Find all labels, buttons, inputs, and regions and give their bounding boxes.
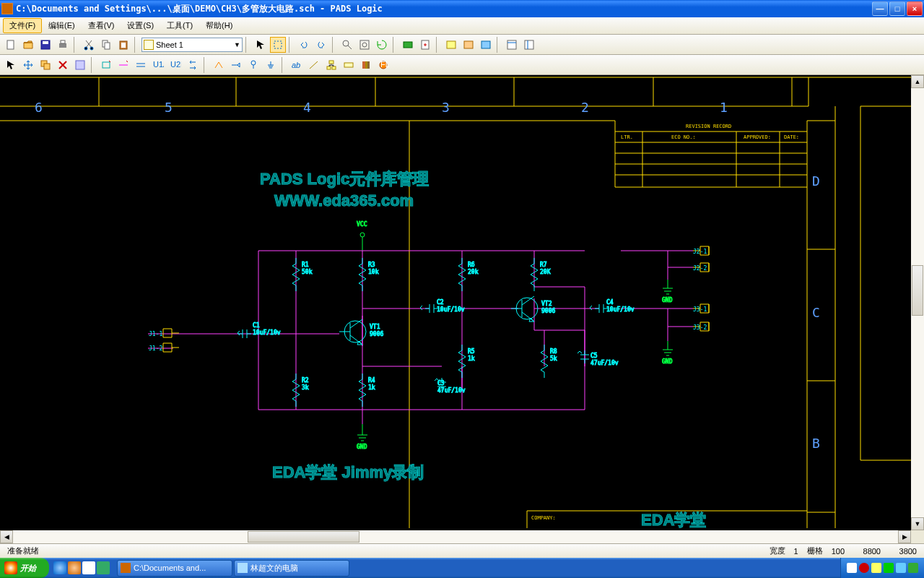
options-icon[interactable]: FLD [375,57,391,73]
canvas-area: 6 5 4 3 2 1 D C B REVISION RECORD LTR. E… [0,75,924,543]
redo-icon[interactable] [313,37,329,53]
swap-icon[interactable] [185,57,201,73]
scroll-right-icon[interactable]: ▶ [898,530,911,543]
tray-monitor-icon[interactable] [896,563,906,573]
svg-rect-24 [76,61,84,69]
tray-volume-icon[interactable] [871,563,881,573]
project-window-icon[interactable] [521,37,537,53]
scroll-down-icon[interactable]: ▼ [911,517,924,530]
paste-icon[interactable] [116,37,131,53]
qq-icon[interactable] [82,561,95,574]
svg-text:9006: 9006 [541,308,555,314]
report-icon[interactable] [461,37,476,53]
svg-text:10uF/10v: 10uF/10v [253,329,281,336]
hierarchy-icon[interactable] [323,57,339,73]
task-buttons: C:\Documents and... 林超文的电脑 [114,560,840,577]
add-pwr-icon[interactable] [245,57,261,73]
add-connection-icon[interactable] [116,57,131,73]
scroll-up-icon[interactable]: ▲ [911,75,924,88]
output-window-icon[interactable] [504,37,520,53]
svg-text:5: 5 [165,100,173,115]
to-pcb-icon[interactable] [400,37,416,53]
menu-help[interactable]: 帮助(H) [199,18,239,33]
cut-icon[interactable] [81,37,97,53]
library-icon[interactable] [358,57,374,73]
move-icon[interactable] [20,57,36,73]
copy-icon[interactable] [98,37,114,53]
new-icon[interactable] [3,37,19,53]
minimize-button[interactable]: — [872,1,888,16]
menu-file[interactable]: 文件(F) [3,18,42,33]
svg-text:R6: R6 [468,262,475,268]
svg-rect-19 [481,41,490,48]
save-icon[interactable] [38,37,53,53]
svg-text:EDA学堂 Jimmy录制: EDA学堂 Jimmy录制 [272,463,424,481]
new-sheet-icon[interactable] [417,37,433,53]
area-select-icon[interactable] [270,37,286,53]
tray-usb-icon[interactable] [908,563,918,573]
ie-icon[interactable] [53,561,66,574]
menu-view[interactable]: 查看(V) [82,18,121,33]
horizontal-scrollbar[interactable]: ◀ ▶ [0,530,911,543]
schematic-canvas[interactable]: 6 5 4 3 2 1 D C B REVISION RECORD LTR. E… [0,75,911,530]
duplicate-icon[interactable] [38,57,53,73]
svg-text:R3: R3 [368,262,375,268]
add-bus-icon[interactable] [133,57,149,73]
svg-rect-17 [447,41,456,48]
desktop-icon[interactable] [97,561,110,574]
tray-shield-icon[interactable] [859,563,869,573]
tray-keyboard-icon[interactable] [847,563,857,573]
add-power-icon[interactable]: U1A [150,57,166,73]
text-icon[interactable]: ab [289,57,305,73]
task-pads[interactable]: C:\Documents and... [117,560,232,577]
start-button[interactable]: 开始 [0,558,49,578]
menu-edit[interactable]: 编辑(E) [42,18,82,33]
menu-tool[interactable]: 工具(T) [160,18,199,33]
media-icon[interactable] [68,561,81,574]
menu-setup[interactable]: 设置(S) [121,18,160,33]
tray-network-icon[interactable] [884,563,894,573]
maximize-button[interactable]: □ [889,1,905,16]
vertical-scrollbar[interactable]: ▲ ▼ [911,75,924,530]
zoom-window-icon[interactable] [357,37,372,53]
svg-rect-32 [332,66,336,69]
svg-text:C2: C2 [437,299,444,306]
properties-icon[interactable] [72,57,88,73]
print-icon[interactable] [55,37,71,53]
add-offpage-icon[interactable] [228,57,244,73]
status-x: 8800 [849,547,885,556]
svg-text:U2B: U2B [170,60,181,69]
open-icon[interactable] [20,37,36,53]
close-button[interactable]: × [907,1,923,16]
select-icon[interactable] [253,37,269,53]
ole-icon[interactable] [478,37,494,53]
sheet-label: Sheet 1 [156,40,183,49]
scroll-left-icon[interactable]: ◀ [0,530,13,543]
svg-rect-15 [404,42,412,48]
add-gnd-icon[interactable] [263,57,279,73]
status-y: 3800 [885,547,921,556]
svg-text:R2: R2 [302,377,309,384]
task-explorer[interactable]: 林超文的电脑 [234,560,349,577]
svg-text:C3: C3 [437,380,445,387]
sheet-selector[interactable]: Sheet 1 ▼ [141,38,243,52]
line-icon[interactable] [306,57,322,73]
status-ready: 准备就绪 [3,545,43,556]
part-list-icon[interactable] [443,37,459,53]
redraw-icon[interactable] [374,37,390,53]
system-tray[interactable] [840,558,924,578]
add-part-icon[interactable] [98,57,114,73]
svg-text:J1-1: J1-1 [149,331,162,337]
svg-rect-35 [365,61,367,69]
undo-icon[interactable] [296,37,312,53]
field-icon[interactable] [341,57,357,73]
add-net-icon[interactable] [211,57,227,73]
delete-icon[interactable] [55,57,71,73]
zoom-icon[interactable] [339,37,355,53]
svg-rect-21 [525,40,533,49]
add-ground-icon[interactable]: U2B [167,57,183,73]
svg-rect-179 [163,343,172,352]
svg-text:DATE:: DATE: [784,134,799,140]
svg-text:REVISION RECORD: REVISION RECORD [686,124,731,129]
pointer-icon[interactable] [3,57,19,73]
